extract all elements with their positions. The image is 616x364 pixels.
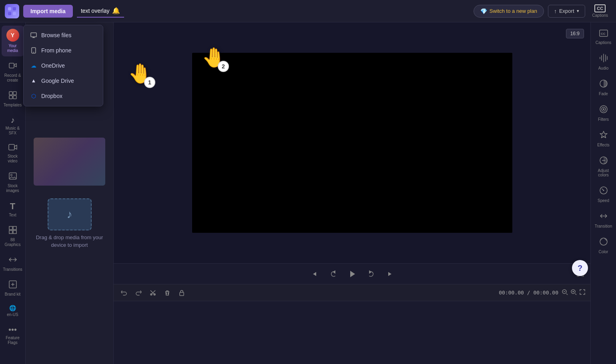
sidebar-item-feature-flags[interactable]: ••• Feature Flags <box>2 322 24 348</box>
right-tool-adjust-colors[interactable]: Adjust colors <box>592 152 615 181</box>
skip-back-button[interactable] <box>307 268 320 280</box>
zoom-out-button[interactable] <box>562 289 568 297</box>
sidebar-label-your-media: Your media <box>3 44 22 53</box>
sidebar-item-music[interactable]: ♪ Music & SFX <box>2 112 24 139</box>
sidebar-label-graphics: 88 Graphics <box>3 238 22 247</box>
svg-text:CC: CC <box>601 32 606 36</box>
lock-button[interactable] <box>176 287 187 298</box>
captions-tool-label: Captions <box>596 40 611 45</box>
import-wrapper: Import media Browse files <box>23 5 73 18</box>
play-button[interactable] <box>346 268 359 280</box>
svg-rect-9 <box>13 92 16 95</box>
cc-icon: CC <box>594 4 606 12</box>
onedrive-label: OneDrive <box>41 62 65 69</box>
help-bubble[interactable]: ? <box>572 260 588 276</box>
phone-icon <box>30 47 37 54</box>
timeline-area: 00:00.00 / 00:00.00 <box>114 284 590 364</box>
sidebar-item-brand[interactable]: Brand kit <box>2 277 24 300</box>
tab-bell-icon: 🔔 <box>112 7 120 14</box>
expand-timeline-button[interactable] <box>579 289 586 297</box>
import-media-button[interactable]: Import media <box>23 5 73 18</box>
onedrive-item[interactable]: ☁ OneDrive <box>24 58 103 73</box>
avatar: Y <box>6 29 19 42</box>
svg-rect-13 <box>9 173 16 179</box>
right-tool-fade[interactable]: Fade <box>592 75 615 100</box>
skip-forward-button[interactable] <box>384 268 397 280</box>
sidebar-item-stock-images[interactable]: Stock images <box>2 168 24 196</box>
forward-button[interactable] <box>365 268 378 280</box>
sidebar-item-your-media[interactable]: Y Your media <box>2 26 24 56</box>
tab-text-overlay[interactable]: text overlay 🔔 <box>77 4 124 18</box>
timeline-total-time: 00:00.00 <box>533 290 558 296</box>
svg-rect-18 <box>13 230 16 234</box>
dropbox-item[interactable]: ⬡ Dropbox <box>24 88 103 104</box>
fade-tool-icon <box>599 79 608 90</box>
music-icon: ♪ <box>11 116 15 125</box>
timeline-toolbar: 00:00.00 / 00:00.00 <box>114 284 590 301</box>
music-note-icon: ♪ <box>67 208 72 221</box>
svg-marker-20 <box>350 271 355 277</box>
google-drive-item[interactable]: ▲ Google Drive <box>24 73 103 88</box>
sidebar-item-transitions[interactable]: Transitions <box>2 252 24 275</box>
svg-point-6 <box>33 52 34 52</box>
speed-tool-icon <box>599 186 608 197</box>
google-drive-label: Google Drive <box>41 78 74 84</box>
transition-tool-label: Transition <box>595 224 612 228</box>
right-tool-effects[interactable]: Effects <box>592 126 615 151</box>
sidebar-item-stock-video[interactable]: Stock video <box>2 140 24 167</box>
sidebar-item-templates[interactable]: Templates <box>2 88 24 111</box>
aspect-ratio-badge[interactable]: 16:9 <box>566 29 584 38</box>
sidebar-label-transitions: Transitions <box>3 267 22 272</box>
right-tool-audio[interactable]: Audio <box>592 50 615 74</box>
switch-plan-button[interactable]: 💎 Switch to a new plan <box>474 5 544 18</box>
sidebar-label-text: Text <box>9 213 16 218</box>
right-tool-captions[interactable]: CC Captions <box>592 26 615 49</box>
captions-tool-icon: CC <box>599 30 608 39</box>
redo-button[interactable] <box>133 287 144 298</box>
language-icon: 🌐 <box>9 305 16 311</box>
captions-button[interactable]: CC Captions <box>589 3 611 19</box>
sidebar-item-text[interactable]: T Text <box>2 198 24 221</box>
svg-rect-23 <box>180 292 184 296</box>
export-button[interactable]: ↑ Export ▾ <box>548 5 585 18</box>
undo-button[interactable] <box>118 287 130 298</box>
svg-rect-11 <box>13 96 16 99</box>
zoom-in-button[interactable] <box>570 289 577 297</box>
audio-tool-icon <box>600 54 608 64</box>
svg-rect-1 <box>13 7 16 10</box>
right-tool-transition[interactable]: Transition <box>592 208 615 232</box>
sidebar-item-record[interactable]: Record & create <box>2 58 24 86</box>
sidebar-label-record: Record & create <box>3 73 22 83</box>
switch-plan-label: Switch to a new plan <box>490 8 537 14</box>
canvas-viewport: 16:9 <box>114 22 590 263</box>
sidebar-label-stock-video: Stock video <box>3 154 22 164</box>
brand-icon <box>8 280 17 291</box>
record-icon <box>8 61 17 72</box>
right-tool-filters[interactable]: Filters <box>592 101 615 126</box>
speed-tool-label: Speed <box>598 198 609 203</box>
canvas-area: 🤚 1 🤚 2 16:9 <box>114 22 590 364</box>
cut-button[interactable] <box>147 287 159 298</box>
export-up-icon: ↑ <box>554 8 557 14</box>
filters-tool-icon <box>599 105 608 116</box>
feature-flags-icon: ••• <box>8 325 17 334</box>
svg-rect-7 <box>9 63 14 68</box>
import-dropdown: Browse files From phone ☁ OneDrive ▲ Goo… <box>23 25 103 106</box>
browse-files-item[interactable]: Browse files <box>24 28 103 43</box>
effects-tool-icon <box>599 130 608 141</box>
monitor-icon <box>30 32 37 39</box>
media-drop-zone[interactable]: ♪ <box>48 198 92 230</box>
captions-label: Captions <box>592 13 608 18</box>
svg-rect-16 <box>13 226 16 230</box>
right-sidebar: CC Captions Audio Fade <box>590 22 616 364</box>
right-tool-color[interactable]: Color <box>592 233 615 258</box>
from-phone-item[interactable]: From phone <box>24 43 103 58</box>
rewind-button[interactable] <box>327 268 339 280</box>
sidebar-item-en-us[interactable]: 🌐 en-US <box>2 302 24 320</box>
timeline-separator: / <box>527 290 534 296</box>
tab-text-overlay-label: text overlay <box>81 8 110 14</box>
right-tool-speed[interactable]: Speed <box>592 182 615 207</box>
timeline-tracks <box>114 301 590 308</box>
sidebar-item-graphics[interactable]: 88 Graphics <box>2 222 24 250</box>
delete-button[interactable] <box>162 287 173 298</box>
